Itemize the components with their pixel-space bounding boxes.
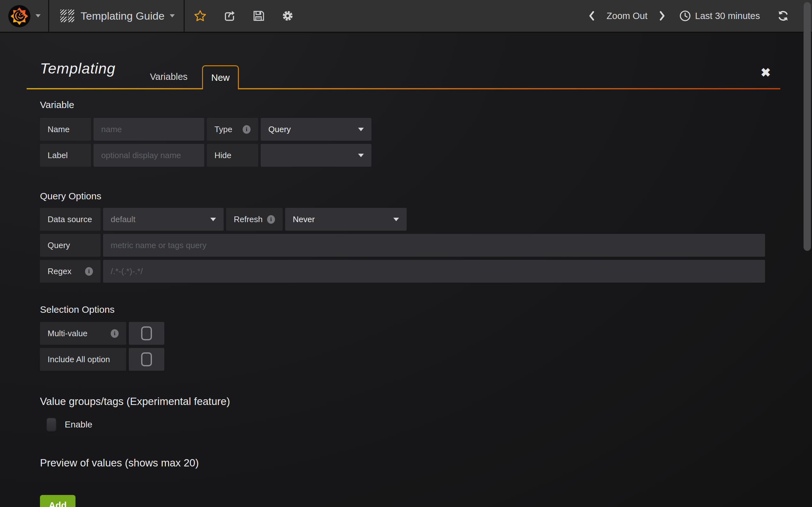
value-groups-heading: Value groups/tags (Experimental feature) [40,395,230,407]
close-icon[interactable]: ✖ [761,66,771,78]
grafana-logo-icon [8,4,31,27]
variable-section-heading: Variable [40,100,74,110]
include-all-label: Include All option [40,348,126,371]
regex-label-text: Regex [48,267,71,276]
tab-underline-left [27,88,202,89]
variable-name-row: Name Type i Query [40,118,371,141]
grafana-menu-button[interactable] [0,0,49,32]
clock-icon [679,10,691,22]
refresh-icon[interactable] [776,9,790,22]
chevron-down-icon [210,218,216,221]
datasource-label: Data source [40,208,101,231]
hide-label: Hide [207,144,258,167]
query-row: Query [40,234,765,257]
refresh-label-text: Refresh [234,215,263,224]
selection-options-heading: Selection Options [40,304,114,315]
datasource-dropdown[interactable]: default [103,208,223,231]
type-label-text: Type [214,124,232,134]
zoom-out-button[interactable]: Zoom Out [606,11,647,21]
label-input[interactable] [94,144,204,167]
multi-value-checkbox[interactable] [129,322,164,345]
regex-label: Regex i [40,260,101,283]
tab-variables[interactable]: Variables [147,65,191,88]
dashboard-picker[interactable]: Templating Guide [49,0,185,32]
checkbox-icon [141,326,152,340]
include-all-checkbox[interactable] [129,348,164,371]
top-navbar: Templating Guide [0,0,812,33]
page-title: Templating [40,60,115,77]
label-label: Label [40,144,91,167]
dashboard-caret-icon [170,14,175,17]
selection-options-form: Multi-value i Include All option [40,322,164,371]
gear-icon[interactable] [281,9,294,22]
save-icon[interactable] [252,9,265,22]
refresh-dropdown-value: Never [293,215,315,224]
time-range-label: Last 30 minutes [695,11,760,21]
query-options-heading: Query Options [40,191,101,202]
query-label: Query [40,234,101,257]
query-input[interactable] [103,234,765,257]
multi-value-row: Multi-value i [40,322,164,345]
checkbox-icon [141,352,152,366]
add-button[interactable]: Add [40,495,75,507]
chevron-down-icon [393,218,399,221]
hide-dropdown[interactable] [261,144,371,167]
dashboard-grid-icon [60,9,74,22]
chevron-down-icon [358,154,364,157]
enable-row: Enable [46,418,92,432]
type-label: Type i [207,118,258,141]
type-dropdown[interactable]: Query [261,118,371,141]
time-controls: Zoom Out Last 30 minutes [588,0,812,32]
share-icon[interactable] [223,9,236,22]
name-input[interactable] [94,118,204,141]
grafana-app: Templating Guide [0,0,812,507]
preview-heading: Preview of values (shows max 20) [40,457,199,469]
refresh-dropdown[interactable]: Never [285,208,407,231]
variable-label-row: Label Hide [40,144,371,167]
refresh-info-icon[interactable]: i [267,215,275,224]
enable-checkbox[interactable] [46,418,56,432]
chevron-down-icon [358,128,364,131]
time-shift-back-button[interactable] [588,9,595,22]
include-all-row: Include All option [40,348,164,371]
regex-info-icon[interactable]: i [85,267,93,276]
regex-input[interactable] [103,260,765,283]
variable-form: Name Type i Query Label Hide [40,118,371,167]
refresh-label: Refresh i [226,208,283,231]
enable-label: Enable [65,419,92,430]
multi-value-label-text: Multi-value [48,329,88,338]
star-icon[interactable] [194,9,207,22]
time-shift-forward-button[interactable] [659,9,666,22]
multi-value-info-icon[interactable]: i [111,329,119,338]
multi-value-label: Multi-value i [40,322,126,345]
dashboard-title: Templating Guide [81,10,165,22]
datasource-row: Data source default Refresh i Never [40,208,765,231]
datasource-dropdown-value: default [111,215,136,224]
tab-new[interactable]: New [202,65,239,89]
query-options-form: Data source default Refresh i Never Quer… [40,208,765,283]
type-info-icon[interactable]: i [243,125,251,134]
name-label: Name [40,118,91,141]
type-dropdown-value: Query [268,124,291,134]
dashboard-actions [185,0,294,32]
regex-row: Regex i [40,260,765,283]
grafana-menu-caret-icon [36,14,41,17]
vertical-scrollbar-thumb[interactable] [803,2,811,251]
tab-underline-right [239,88,780,89]
time-range-picker[interactable]: Last 30 minutes [679,10,760,22]
